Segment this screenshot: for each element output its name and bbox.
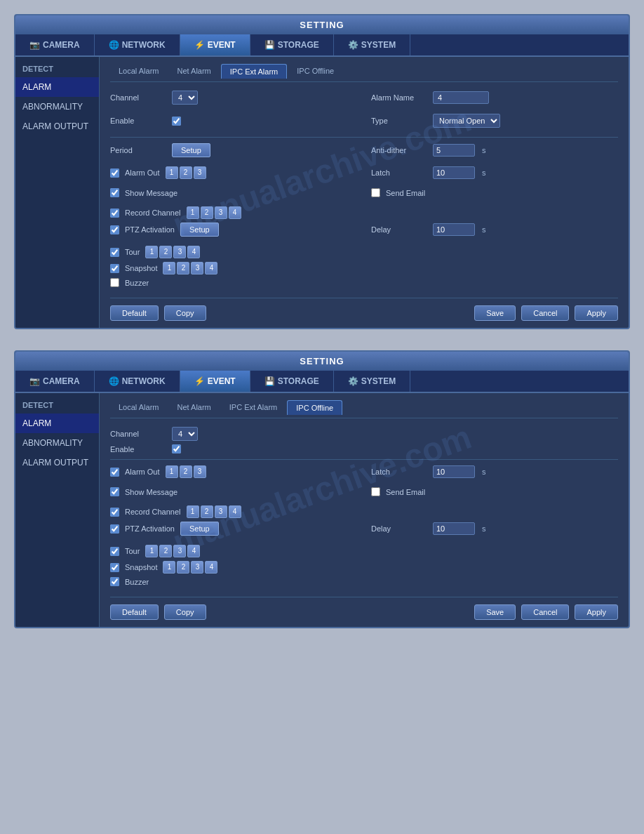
buzzer-checkbox-1[interactable] (110, 278, 119, 287)
latch-input-2[interactable] (433, 465, 475, 478)
tab-system-2[interactable]: ⚙️ SYSTEM (334, 371, 410, 392)
snapshot-checkbox-2[interactable] (110, 563, 119, 572)
alarmout-checkbox-2[interactable] (110, 468, 119, 477)
sidebar-1: DETECT ALARM ABNORMALITY ALARM OUTPUT (15, 57, 100, 328)
sendemail-checkbox-2[interactable] (371, 487, 380, 496)
latch-input-1[interactable] (433, 166, 475, 179)
subtab-local-1[interactable]: Local Alarm (110, 64, 167, 79)
recordchannel-checkbox-2[interactable] (110, 508, 119, 517)
tourchan4-1[interactable]: 4 (187, 246, 200, 258)
buzzer-checkbox-2[interactable] (110, 577, 119, 586)
ptz-setup-btn-1[interactable]: Setup (180, 223, 219, 237)
sidebar-item-abnormality-2[interactable]: ABNORMALITY (15, 433, 99, 453)
save-btn-1[interactable]: Save (474, 305, 516, 321)
alarmout-ch1-1[interactable]: 1 (166, 166, 178, 179)
save-btn-2[interactable]: Save (474, 604, 516, 620)
period-setup-btn-1[interactable]: Setup (172, 143, 210, 157)
sidebar-item-alarmoutput-1[interactable]: ALARM OUTPUT (15, 117, 99, 136)
recchan2-1[interactable]: 2 (201, 206, 213, 219)
enable-checkbox-2[interactable] (172, 444, 181, 454)
subtab-net-1[interactable]: Net Alarm (168, 64, 219, 79)
copy-btn-2[interactable]: Copy (164, 604, 206, 620)
tab-camera-2[interactable]: 📷 CAMERA (15, 371, 95, 392)
recchan3-2[interactable]: 3 (215, 505, 227, 518)
snapchan2-2[interactable]: 2 (177, 561, 189, 574)
snapchan1-1[interactable]: 1 (163, 262, 175, 274)
antidither-input-1[interactable] (433, 144, 475, 157)
subtab-ipcoffline-1[interactable]: IPC Offline (288, 64, 342, 79)
cancel-btn-1[interactable]: Cancel (521, 305, 569, 321)
subtab-ipcoffline-2[interactable]: IPC Offline (287, 400, 342, 415)
latch-label-2: Latch (371, 468, 427, 476)
tab-system-1[interactable]: ⚙️ SYSTEM (334, 34, 410, 55)
recchan1-2[interactable]: 1 (187, 505, 199, 518)
alarmname-input-1[interactable] (433, 91, 489, 104)
subtab-net-2[interactable]: Net Alarm (168, 400, 219, 415)
snapchan4-2[interactable]: 4 (205, 561, 217, 574)
recordchannel-row-2: Record Channel 1 2 3 4 (110, 505, 618, 518)
recchan4-1[interactable]: 4 (229, 206, 241, 219)
recchan2-2[interactable]: 2 (201, 505, 213, 518)
subtab-ipcext-2[interactable]: IPC Ext Alarm (221, 400, 286, 415)
tourchan4-2[interactable]: 4 (187, 545, 200, 557)
tab-network-1[interactable]: 🌐 NETWORK (95, 34, 180, 55)
tab-storage-2[interactable]: 💾 STORAGE (250, 371, 334, 392)
type-select-1[interactable]: Normal Open (433, 114, 500, 128)
tourchan2-2[interactable]: 2 (159, 545, 172, 557)
ptz-checkbox-1[interactable] (110, 225, 119, 234)
alarmout-ch2-2[interactable]: 2 (180, 465, 192, 478)
sidebar-item-alarmoutput-2[interactable]: ALARM OUTPUT (15, 453, 99, 472)
tour-checkbox-2[interactable] (110, 547, 119, 556)
snapchan3-1[interactable]: 3 (191, 262, 203, 274)
alarmout-ch3-1[interactable]: 3 (194, 166, 206, 179)
default-btn-1[interactable]: Default (110, 305, 159, 321)
tab-event-1[interactable]: ⚡ EVENT (180, 34, 250, 55)
sidebar-item-alarm-1[interactable]: ALARM (15, 77, 99, 97)
recordchannel-checkbox-1[interactable] (110, 208, 119, 218)
snapchan3-2[interactable]: 3 (191, 561, 203, 574)
recchan4-2[interactable]: 4 (229, 505, 241, 518)
delay-input-1[interactable] (433, 223, 475, 236)
tab-storage-1[interactable]: 💾 STORAGE (250, 34, 334, 55)
sendemail-checkbox-1[interactable] (371, 188, 380, 197)
tab-event-2[interactable]: ⚡ EVENT (180, 371, 250, 392)
alarmout-ch3-2[interactable]: 3 (194, 465, 206, 478)
subtab-ipcext-1[interactable]: IPC Ext Alarm (221, 64, 287, 79)
alarmout-checkbox-1[interactable] (110, 168, 119, 178)
tour-checkbox-1[interactable] (110, 248, 119, 257)
recchan1-1[interactable]: 1 (187, 206, 199, 219)
tourchan3-1[interactable]: 3 (173, 246, 186, 258)
tourchan1-1[interactable]: 1 (145, 246, 158, 258)
ptz-checkbox-2[interactable] (110, 524, 119, 534)
divider-1 (110, 137, 618, 138)
apply-btn-1[interactable]: Apply (575, 305, 618, 321)
alarmout-ch1-2[interactable]: 1 (166, 465, 178, 478)
tab-network-2[interactable]: 🌐 NETWORK (95, 371, 180, 392)
copy-btn-1[interactable]: Copy (164, 305, 206, 321)
sidebar-item-alarm-2[interactable]: ALARM (15, 413, 99, 433)
tourchan1-2[interactable]: 1 (145, 545, 158, 557)
channel-select-1[interactable]: 4 (172, 91, 198, 105)
channel-label-2: Channel (110, 430, 166, 438)
tab-network-label-1: NETWORK (122, 40, 166, 50)
recchan3-1[interactable]: 3 (215, 206, 227, 219)
default-btn-2[interactable]: Default (110, 604, 159, 620)
tourchan3-2[interactable]: 3 (173, 545, 186, 557)
channel-select-2[interactable]: 4 (172, 427, 198, 441)
subtab-local-2[interactable]: Local Alarm (110, 400, 167, 415)
apply-btn-2[interactable]: Apply (575, 604, 618, 620)
enable-checkbox-1[interactable] (172, 117, 181, 126)
snapchan2-1[interactable]: 2 (177, 262, 189, 274)
ptz-setup-btn-2[interactable]: Setup (180, 522, 219, 536)
alarmout-ch2-1[interactable]: 2 (180, 166, 192, 179)
cancel-btn-2[interactable]: Cancel (521, 604, 569, 620)
sidebar-item-abnormality-1[interactable]: ABNORMALITY (15, 97, 99, 117)
snapchan1-2[interactable]: 1 (163, 561, 175, 574)
snapchan4-1[interactable]: 4 (205, 262, 217, 274)
tab-camera-1[interactable]: 📷 CAMERA (15, 34, 95, 55)
delay-input-2[interactable] (433, 522, 475, 535)
showmessage-checkbox-2[interactable] (110, 487, 119, 496)
tourchan2-1[interactable]: 2 (159, 246, 172, 258)
showmessage-checkbox-1[interactable] (110, 188, 119, 197)
snapshot-checkbox-1[interactable] (110, 264, 119, 273)
